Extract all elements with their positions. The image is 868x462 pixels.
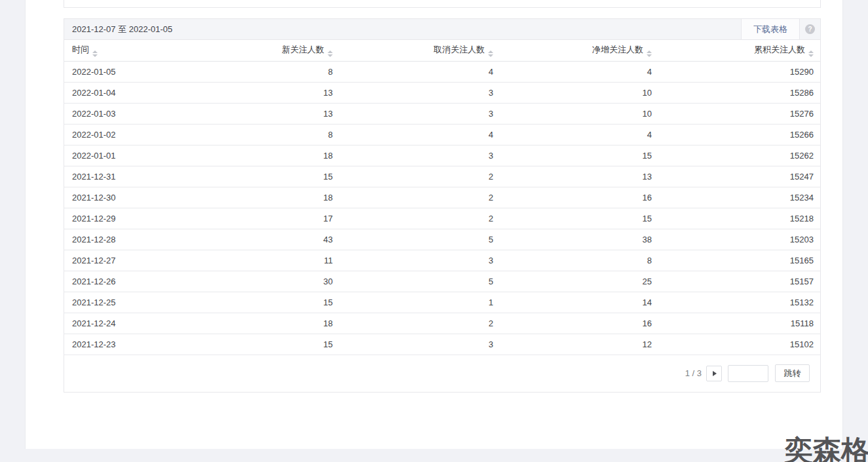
cell-value: 15	[162, 334, 339, 355]
cell-value: 15262	[658, 145, 820, 166]
cell-value: 15165	[658, 250, 820, 271]
cell-value: 12	[500, 334, 658, 355]
help-icon[interactable]: ?	[805, 24, 815, 34]
cell-date: 2021-12-29	[64, 208, 162, 229]
date-range-label: 2021-12-07 至 2022-01-05	[64, 19, 172, 39]
cell-value: 38	[500, 229, 658, 250]
sort-carets-icon	[328, 50, 333, 57]
table-row: 2021-12-301821615234	[64, 187, 820, 208]
right-arrow-icon	[713, 371, 717, 376]
follower-stats-table: 时间新关注人数取消关注人数净增关注人数累积关注人数 2022-01-058441…	[64, 40, 820, 355]
column-header-label: 累积关注人数	[754, 45, 805, 54]
cell-value: 2	[339, 208, 500, 229]
cell-value: 4	[500, 61, 658, 82]
sort-carets-icon	[808, 50, 814, 57]
cell-date: 2022-01-03	[64, 103, 162, 124]
cell-value: 13	[162, 82, 339, 103]
cell-value: 15203	[658, 229, 820, 250]
cell-value: 15218	[658, 208, 820, 229]
page-jump-input[interactable]	[728, 365, 768, 382]
cell-value: 4	[339, 61, 500, 82]
cell-date: 2022-01-04	[64, 82, 162, 103]
page-indicator: 1 / 3	[685, 368, 702, 378]
cell-date: 2021-12-31	[64, 166, 162, 187]
cell-date: 2021-12-24	[64, 313, 162, 334]
table-row: 2022-01-0284415266	[64, 124, 820, 145]
cell-value: 15	[500, 145, 658, 166]
column-header[interactable]: 时间	[64, 40, 162, 61]
cell-value: 16	[500, 313, 658, 334]
table-row: 2021-12-284353815203	[64, 229, 820, 250]
column-header-label: 净增关注人数	[592, 45, 643, 54]
column-header[interactable]: 新关注人数	[162, 40, 339, 61]
next-page-button[interactable]	[706, 366, 722, 381]
column-header[interactable]: 累积关注人数	[658, 40, 820, 61]
cell-date: 2021-12-23	[64, 334, 162, 355]
sort-carets-icon	[92, 50, 98, 57]
cell-value: 15247	[658, 166, 820, 187]
sort-carets-icon	[647, 50, 652, 57]
cell-value: 5	[339, 271, 500, 292]
cell-value: 3	[339, 82, 500, 103]
cell-date: 2021-12-26	[64, 271, 162, 292]
cell-value: 2	[339, 166, 500, 187]
help-segment: ?	[800, 19, 820, 39]
pagination-bar: 1 / 3 跳转	[64, 355, 820, 392]
cell-value: 15118	[658, 313, 820, 334]
cell-value: 15	[500, 208, 658, 229]
cell-value: 15157	[658, 271, 820, 292]
download-table-button[interactable]: 下载表格	[741, 19, 800, 39]
previous-card-bottom-edge	[64, 0, 821, 8]
cell-value: 3	[339, 250, 500, 271]
cell-value: 14	[500, 292, 658, 313]
table-row: 2022-01-041331015286	[64, 82, 820, 103]
cell-date: 2021-12-30	[64, 187, 162, 208]
site-watermark-logo: 奕森格	[785, 436, 868, 462]
sort-carets-icon	[488, 50, 493, 57]
cell-date: 2021-12-25	[64, 292, 162, 313]
cell-value: 15234	[658, 187, 820, 208]
column-header[interactable]: 净增关注人数	[500, 40, 658, 61]
cell-date: 2022-01-02	[64, 124, 162, 145]
cell-value: 18	[162, 187, 339, 208]
cell-value: 18	[162, 145, 339, 166]
cell-value: 13	[500, 166, 658, 187]
cell-value: 5	[339, 229, 500, 250]
table-row: 2021-12-263052515157	[64, 271, 820, 292]
cell-value: 1	[339, 292, 500, 313]
cell-value: 15266	[658, 124, 820, 145]
cell-value: 15276	[658, 103, 820, 124]
cell-value: 4	[500, 124, 658, 145]
page-jump-button[interactable]: 跳转	[775, 364, 810, 382]
table-body: 2022-01-05844152902022-01-04133101528620…	[64, 61, 820, 355]
cell-value: 15	[162, 166, 339, 187]
cell-value: 2	[339, 187, 500, 208]
cell-value: 4	[339, 124, 500, 145]
table-row: 2021-12-241821615118	[64, 313, 820, 334]
cell-value: 16	[500, 187, 658, 208]
cell-date: 2021-12-28	[64, 229, 162, 250]
cell-value: 3	[339, 334, 500, 355]
table-row: 2022-01-0584415290	[64, 61, 820, 82]
cell-value: 15	[162, 292, 339, 313]
cell-value: 15132	[658, 292, 820, 313]
cell-value: 8	[162, 61, 339, 82]
table-row: 2021-12-291721515218	[64, 208, 820, 229]
cell-value: 15102	[658, 334, 820, 355]
cell-value: 25	[500, 271, 658, 292]
follower-stats-card: 2021-12-07 至 2022-01-05 下载表格 ? 时间新关注人数取消…	[64, 18, 821, 393]
cell-value: 18	[162, 313, 339, 334]
card-header: 2021-12-07 至 2022-01-05 下载表格 ?	[64, 19, 820, 40]
table-row: 2022-01-011831515262	[64, 145, 820, 166]
cell-value: 15290	[658, 61, 820, 82]
table-header-row: 时间新关注人数取消关注人数净增关注人数累积关注人数	[64, 40, 820, 61]
cell-value: 2	[339, 313, 500, 334]
column-header[interactable]: 取消关注人数	[339, 40, 500, 61]
cell-value: 43	[162, 229, 339, 250]
cell-date: 2022-01-01	[64, 145, 162, 166]
table-row: 2021-12-231531215102	[64, 334, 820, 355]
cell-value: 30	[162, 271, 339, 292]
column-header-label: 时间	[72, 45, 89, 54]
header-spacer	[172, 19, 741, 39]
cell-value: 8	[162, 124, 339, 145]
